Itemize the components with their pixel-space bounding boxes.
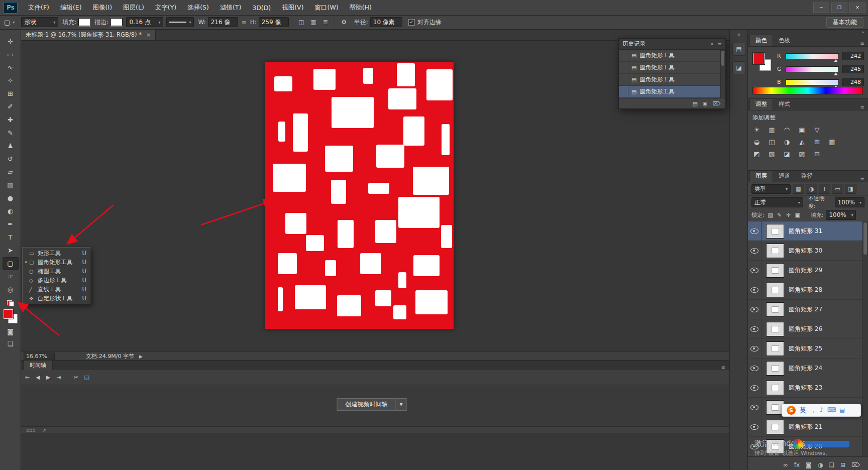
ime-language-indicator[interactable]: 英 — [800, 406, 806, 415]
foreground-color-swatch[interactable] — [753, 53, 765, 64]
play-icon[interactable]: ▶ — [46, 374, 50, 381]
tab-color[interactable]: 颜色 — [749, 35, 773, 46]
transition-icon[interactable]: ◲ — [84, 374, 89, 381]
quick-selection-tool[interactable]: ✧ — [3, 74, 19, 87]
blend-mode-dropdown[interactable]: 正常 ▾ — [751, 197, 803, 207]
history-source-checkbox[interactable] — [619, 74, 628, 85]
channel-mixer-icon[interactable]: ⊞ — [813, 138, 821, 146]
layer-row[interactable]: 圆角矩形 29 — [748, 261, 868, 280]
screen-mode-button[interactable]: ❏ — [8, 340, 14, 347]
menubar-item[interactable]: 滤镜(T) — [214, 0, 247, 15]
ime-voice-icon[interactable]: ♪ — [820, 406, 824, 415]
filter-shape-layers-icon[interactable]: ▭ — [832, 184, 843, 194]
channel-value-input[interactable]: 245 — [842, 65, 864, 73]
previous-frame-icon[interactable]: ◀ — [36, 374, 40, 381]
hue-saturation-icon[interactable]: ◒ — [752, 138, 761, 146]
levels-icon[interactable]: ▥ — [768, 126, 776, 134]
layer-visibility-toggle[interactable] — [748, 280, 762, 299]
curves-icon[interactable]: ◠ — [783, 126, 791, 134]
gear-icon[interactable]: ⚙ — [339, 17, 350, 27]
selective-color-icon[interactable]: ⊟ — [813, 150, 821, 158]
black-white-icon[interactable]: ◑ — [783, 138, 791, 146]
history-source-checkbox[interactable] — [619, 62, 628, 73]
history-source-checkbox[interactable] — [619, 86, 628, 97]
flyout-item[interactable]: •▢圆角矩形工具U — [23, 258, 90, 267]
menubar-item[interactable]: 选择(S) — [182, 0, 214, 15]
shape-tool[interactable]: ▢ — [3, 257, 19, 270]
lock-all-icon[interactable]: ▣ — [794, 212, 801, 218]
channel-value-input[interactable]: 242 — [842, 52, 864, 60]
new-snapshot-icon[interactable]: ◉ — [703, 100, 708, 107]
layer-row[interactable]: 圆角矩形 21 — [748, 417, 868, 437]
menubar-item[interactable]: 帮助(H) — [344, 0, 377, 15]
delete-layer-icon[interactable]: ⌦ — [851, 461, 860, 468]
channel-slider[interactable] — [786, 53, 839, 59]
menubar-item[interactable]: 3D(D) — [247, 0, 276, 15]
ime-keyboard-icon[interactable]: ⌨ — [827, 406, 836, 415]
history-entry[interactable]: ▤圆角矩形工具 — [619, 62, 725, 74]
move-tool[interactable]: ✛ — [3, 35, 19, 48]
eyedropper-tool[interactable]: ✐ — [3, 100, 19, 113]
lock-position-icon[interactable]: ✛ — [785, 212, 792, 218]
layer-style-icon[interactable]: fx — [794, 461, 800, 468]
healing-brush-tool[interactable]: ✚ — [3, 113, 19, 126]
panel-menu-icon[interactable]: ≡ — [860, 104, 864, 110]
stroke-type-dropdown[interactable]: ▾ — [166, 17, 194, 27]
gradient-map-icon[interactable]: ▨ — [798, 150, 806, 158]
lock-image-pixels-icon[interactable]: ✎ — [776, 212, 783, 218]
layer-row[interactable]: 圆角矩形 25 — [748, 339, 868, 359]
layer-visibility-toggle[interactable] — [748, 339, 762, 358]
shape-width-input[interactable]: 216 像 — [208, 17, 238, 27]
invert-icon[interactable]: ◩ — [752, 150, 761, 158]
layer-row[interactable]: 圆角矩形 24 — [748, 359, 868, 378]
create-video-timeline-button[interactable]: 创建视频时间轴 — [337, 398, 396, 411]
layer-row[interactable]: 圆角矩形 20 — [748, 437, 868, 456]
crop-tool[interactable]: ⊞ — [3, 87, 19, 100]
color-balance-icon[interactable]: ◫ — [768, 138, 776, 146]
menubar-item[interactable]: 视图(V) — [276, 0, 309, 15]
layer-visibility-toggle[interactable] — [748, 241, 762, 260]
layer-row[interactable]: 圆角矩形 27 — [748, 300, 868, 319]
tab-swatches[interactable]: 色板 — [773, 35, 796, 46]
new-document-from-state-icon[interactable]: ▤ — [692, 100, 697, 107]
color-spectrum-ramp[interactable] — [752, 87, 863, 94]
pen-tool[interactable]: ✒ — [3, 218, 19, 230]
minimize-button[interactable]: ─ — [813, 3, 829, 13]
threshold-icon[interactable]: ◪ — [783, 150, 791, 158]
maximize-button[interactable]: ❐ — [831, 3, 847, 13]
workspace-switcher-button[interactable]: 基本功能 — [826, 17, 863, 28]
fill-color-swatch[interactable] — [78, 18, 90, 26]
ime-toolbox-icon[interactable]: ▤ — [839, 406, 845, 415]
canvas[interactable] — [265, 62, 454, 329]
layer-row[interactable]: 圆角矩形 23 — [748, 378, 868, 398]
new-layer-icon[interactable]: ⊞ — [840, 461, 845, 468]
history-source-checkbox[interactable] — [619, 50, 628, 61]
brightness-contrast-icon[interactable]: ☀ — [752, 126, 761, 134]
layer-visibility-toggle[interactable] — [748, 417, 762, 436]
scrollbar-thumb[interactable] — [721, 51, 724, 66]
menubar-item[interactable]: 图像(I) — [87, 0, 118, 15]
layer-visibility-toggle[interactable] — [748, 378, 762, 397]
quick-mask-button[interactable]: ◙ — [7, 328, 14, 335]
brush-tool[interactable]: ✎ — [3, 127, 19, 139]
layer-visibility-toggle[interactable] — [748, 300, 762, 319]
align-edges-checkbox[interactable]: ✓ — [408, 19, 415, 26]
default-colors-icon[interactable] — [7, 300, 14, 306]
collapsed-history-panel-icon[interactable]: ▤ — [732, 43, 746, 56]
gradient-tool[interactable]: ▦ — [3, 179, 19, 191]
type-tool[interactable]: T — [3, 231, 19, 244]
vibrance-icon[interactable]: ▽ — [813, 126, 821, 134]
layer-visibility-toggle[interactable] — [748, 261, 762, 280]
layer-visibility-toggle[interactable] — [748, 319, 762, 338]
flyout-item[interactable]: ◇多边形工具U — [23, 276, 90, 285]
status-expand-icon[interactable]: ▶ — [139, 354, 143, 359]
add-layer-mask-icon[interactable]: ◙ — [806, 461, 812, 468]
new-group-icon[interactable]: ❏ — [829, 461, 834, 468]
layer-row[interactable]: 圆角矩形 30 — [748, 241, 868, 261]
path-operations-icon[interactable]: ◫ — [296, 17, 307, 27]
document-tab[interactable]: 未标题-1 @ 16.7% (圆角矩形 31, RGB/8) * × — [21, 29, 156, 40]
layer-visibility-toggle[interactable] — [748, 359, 762, 378]
channel-slider[interactable] — [786, 66, 839, 72]
menubar-item[interactable]: 文件(F) — [23, 0, 55, 15]
layers-scrollbar[interactable] — [862, 221, 868, 456]
